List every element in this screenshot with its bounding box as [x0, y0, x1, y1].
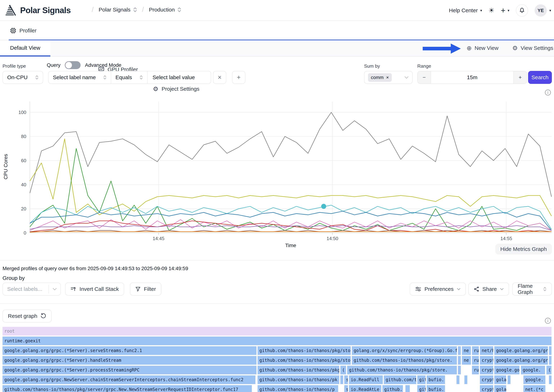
flame-frame[interactable]: github.com/thanos-io/thanos/pkg/store.	[352, 356, 457, 365]
flame-frame[interactable]	[508, 375, 511, 384]
user-menu[interactable]: YE ▾	[534, 4, 551, 17]
search-button[interactable]: Search	[528, 71, 552, 84]
label-value-input[interactable]: Select label value	[147, 71, 211, 84]
flame-frame[interactable]: github.com/th	[384, 375, 416, 384]
flame-frame[interactable]: github.com/thanos-io/thanos/pkg/store	[257, 356, 351, 365]
flame-frame[interactable]: github.com/thanos-io/thanos/pkg/store.	[347, 366, 457, 374]
label-name-select[interactable]: Select label name	[48, 71, 111, 84]
flame-frame[interactable]: (	[340, 366, 346, 374]
flame-frame[interactable]	[458, 366, 461, 374]
chevron-down-icon	[53, 288, 57, 290]
flame-graph[interactable]: rootruntime.goexitgoogle.golang.org/grpc…	[2, 327, 552, 392]
flame-frame[interactable]: crypto	[480, 375, 493, 384]
remove-matcher-button[interactable]: ×	[213, 71, 226, 84]
range-decrease-button[interactable]: −	[418, 71, 431, 84]
flame-frame[interactable]: google.go	[494, 366, 519, 374]
flame-frame[interactable]	[458, 356, 461, 365]
flame-frame[interactable]: github.com/thanos-io/thanos/pkg/store.(*…	[257, 346, 351, 355]
create-new-menu[interactable]: + ▾	[501, 6, 509, 15]
flame-frame[interactable]: gola	[494, 385, 506, 392]
flame-frame[interactable]	[549, 346, 552, 355]
flame-root-frame[interactable]: root	[2, 327, 552, 336]
range-value[interactable]: 15m	[431, 74, 513, 80]
flame-frame[interactable]: crypto	[480, 385, 493, 392]
sum-by-select[interactable]: comm ×	[364, 71, 413, 84]
flame-frame[interactable]	[458, 346, 461, 355]
plus-circle-icon: ⊕	[467, 45, 472, 51]
new-view-label: New View	[475, 45, 499, 51]
view-settings-button[interactable]: ⚙ View Settings	[512, 45, 553, 51]
flame-frame[interactable]: google.golang.org/grpc.(*Server).serveSt…	[2, 346, 256, 355]
flame-frame[interactable]: ru	[472, 356, 479, 365]
flame-frame[interactable]: google.golang.org/grpc.NewServer.chainSt…	[2, 375, 256, 384]
flame-frame[interactable]	[464, 375, 467, 384]
flame-frame[interactable]: github.com/thanos-io/thanos/pk	[257, 375, 339, 384]
flame-frame[interactable]: crypto	[480, 366, 493, 374]
flame-frame[interactable]	[340, 375, 343, 384]
flame-frame[interactable]: net.(*c	[523, 385, 545, 392]
flame-frame[interactable]: crypto	[480, 356, 493, 365]
flame-frame[interactable]: github.com/thanos-io/thanos/p	[257, 385, 338, 392]
flame-frame[interactable]: runtime.goexit	[2, 336, 552, 345]
flame-frame[interactable]: google.	[521, 366, 545, 374]
share-button[interactable]: Share	[468, 283, 509, 295]
flame-frame[interactable]: io.ReadFull	[349, 375, 383, 384]
x-axis-title: Time	[30, 243, 552, 248]
advanced-mode-toggle[interactable]	[65, 61, 81, 69]
reset-graph-button[interactable]: Reset graph	[2, 309, 52, 322]
invert-call-stack-button[interactable]: Invert Call Stack	[65, 283, 124, 295]
visualization-type-select[interactable]: Flame Graph	[512, 283, 552, 295]
flame-frame[interactable]: s	[344, 375, 348, 384]
flame-frame[interactable]: google.golang.org/grpc	[494, 356, 548, 365]
profile-type-select[interactable]: On-CPU	[2, 71, 43, 84]
range-increase-button[interactable]: +	[513, 71, 527, 84]
logo[interactable]: Polar Signals	[5, 4, 71, 16]
breadcrumb-project-selector[interactable]: Production	[149, 7, 181, 13]
filter-button[interactable]: Filter	[130, 283, 161, 295]
flame-frame[interactable]: net/http	[480, 346, 493, 355]
remove-tag-icon[interactable]: ×	[386, 75, 389, 80]
theme-toggle-sun-icon[interactable]: ☀	[489, 7, 494, 14]
flame-frame[interactable]: git	[417, 375, 426, 384]
metrics-line-chart[interactable]: 14:4514:5014:55020406080100	[0, 97, 554, 259]
flame-frame[interactable]: github.com/thanos-io/thanos/pkg/	[257, 366, 339, 374]
flame-frame[interactable]: gola	[494, 375, 506, 384]
flame-frame[interactable]: github.com/thanos-io/thanos/pkg/server/g…	[2, 385, 252, 392]
flame-frame[interactable]: git	[417, 385, 426, 392]
flame-frame[interactable]: google.	[523, 375, 545, 384]
gear-icon: ⚙	[512, 45, 518, 51]
metrics-info-icon[interactable]	[545, 89, 551, 97]
flame-frame[interactable]: google.golang.org/grpc.(*Server).process…	[2, 366, 256, 374]
new-view-button[interactable]: ⊕ New View	[467, 45, 499, 51]
flame-graph-info-icon[interactable]	[545, 317, 551, 325]
breadcrumb-org-selector[interactable]: Polar Signals	[99, 7, 137, 13]
flame-frame[interactable]	[549, 375, 552, 384]
flame-frame[interactable]	[457, 375, 459, 384]
series-orange	[30, 232, 552, 232]
metrics-chart-container[interactable]: 14:4514:5014:55020406080100 CPU Cores Ti…	[0, 97, 554, 259]
flame-frame[interactable]: ne	[462, 356, 471, 365]
flame-frame[interactable]	[405, 385, 410, 392]
group-by-labels-select[interactable]: Select labels...	[2, 283, 61, 295]
flame-frame[interactable]: ne	[462, 346, 471, 355]
flame-frame[interactable]	[549, 356, 552, 365]
operator-select[interactable]: Equals	[111, 71, 147, 84]
flame-frame[interactable]: bufio.	[427, 385, 445, 392]
flame-frame[interactable]: s	[344, 385, 348, 392]
preferences-button[interactable]: Preferences	[410, 283, 466, 295]
flame-frame[interactable]: google.golang.org/grpc.(*Server).handleS…	[2, 356, 256, 365]
add-matcher-button[interactable]: +	[232, 71, 245, 84]
flame-frame[interactable]: ru	[472, 366, 479, 374]
flame-frame[interactable]: io.ReadAtLe	[349, 385, 381, 392]
flame-frame[interactable]: (	[547, 366, 552, 374]
flame-frame[interactable]: ru	[472, 346, 479, 355]
flame-frame[interactable]: github.	[382, 385, 403, 392]
hide-metrics-graph-button[interactable]: Hide Metrics Graph	[495, 244, 552, 254]
flame-frame[interactable]: google.golang.org/grpc	[494, 346, 548, 355]
tab-default-view[interactable]: Default View	[0, 40, 50, 56]
help-center-menu[interactable]: Help Center ▾	[449, 7, 482, 14]
flame-frame[interactable]: golang.org/x/sync/errgroup.(*Group).Go.f…	[352, 346, 457, 355]
flame-frame[interactable]: bufio.	[427, 375, 445, 384]
notifications-button[interactable]	[516, 4, 528, 17]
tab-profiler[interactable]: Profiler	[10, 21, 554, 40]
